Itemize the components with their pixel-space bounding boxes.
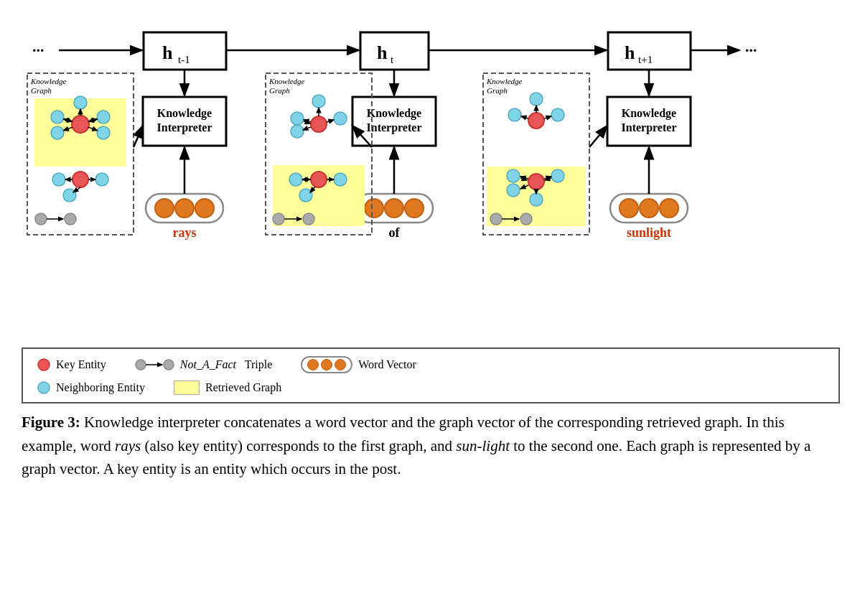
- svg-text:Knowledge: Knowledge: [367, 107, 421, 120]
- legend-retrieved-graph: Retrieved Graph: [174, 381, 281, 395]
- svg-text:sunlight: sunlight: [627, 225, 671, 240]
- svg-point-106: [551, 108, 564, 121]
- svg-line-84: [327, 120, 334, 122]
- svg-text:h: h: [162, 42, 173, 63]
- svg-text:Knowledge: Knowledge: [486, 77, 523, 85]
- svg-point-51: [72, 116, 89, 133]
- svg-text:h: h: [377, 42, 388, 63]
- svg-point-39: [640, 199, 658, 218]
- svg-point-132: [38, 382, 50, 393]
- svg-point-123: [490, 213, 502, 225]
- svg-point-30: [155, 199, 174, 218]
- svg-line-86: [303, 127, 311, 130]
- svg-point-40: [660, 199, 678, 218]
- svg-text:Knowledge: Knowledge: [268, 77, 305, 85]
- svg-line-74: [134, 126, 143, 147]
- svg-text:rays: rays: [173, 225, 197, 240]
- svg-point-32: [195, 199, 214, 218]
- legend-neighboring: Neighboring Entity: [37, 381, 145, 394]
- figure-caption: Figure 3: Knowledge interpreter concaten…: [22, 411, 840, 481]
- svg-point-58: [97, 126, 110, 139]
- svg-point-90: [289, 173, 302, 186]
- svg-point-54: [97, 111, 110, 123]
- svg-point-113: [507, 169, 520, 182]
- svg-line-109: [544, 116, 551, 118]
- svg-point-36: [405, 199, 424, 218]
- svg-point-104: [528, 113, 544, 129]
- svg-point-79: [291, 112, 304, 125]
- legend: Key EntityNot_A_Fact Triple Word VectorN…: [22, 347, 840, 403]
- svg-text:of: of: [389, 225, 401, 240]
- svg-point-114: [551, 169, 564, 182]
- svg-point-65: [52, 173, 65, 186]
- svg-point-99: [303, 213, 314, 225]
- svg-point-125: [520, 213, 532, 225]
- svg-point-116: [530, 193, 543, 206]
- diagram-svg: ···ht-1htht+1···KnowledgeInterpreterKnow…: [22, 14, 840, 337]
- svg-point-56: [51, 126, 64, 139]
- svg-point-80: [334, 112, 347, 125]
- svg-text:t-1: t-1: [178, 54, 190, 65]
- svg-point-73: [65, 213, 76, 225]
- svg-text:···: ···: [745, 41, 757, 59]
- svg-point-89: [311, 172, 327, 187]
- svg-point-105: [508, 108, 521, 121]
- svg-point-112: [528, 174, 544, 190]
- svg-text:Graph: Graph: [31, 86, 52, 95]
- svg-line-108: [521, 116, 528, 118]
- svg-point-81: [312, 95, 325, 108]
- svg-point-60: [74, 96, 87, 109]
- svg-point-64: [73, 172, 88, 187]
- svg-point-131: [164, 360, 174, 370]
- svg-point-115: [507, 184, 520, 197]
- svg-point-92: [299, 189, 312, 202]
- svg-point-78: [311, 116, 327, 132]
- svg-point-35: [385, 199, 403, 218]
- svg-text:h: h: [625, 42, 635, 63]
- svg-text:Interpreter: Interpreter: [367, 121, 422, 134]
- svg-point-71: [35, 213, 47, 225]
- svg-point-127: [38, 359, 50, 370]
- legend-not-a-fact: Not_A_Fact Triple: [135, 358, 272, 371]
- svg-rect-8: [360, 32, 429, 70]
- svg-text:Graph: Graph: [487, 86, 508, 95]
- svg-point-129: [136, 360, 146, 370]
- svg-text:Interpreter: Interpreter: [157, 121, 212, 134]
- svg-point-34: [365, 199, 383, 218]
- svg-line-126: [589, 126, 607, 147]
- legend-key-entity: Key Entity: [37, 358, 106, 371]
- svg-text:Knowledge: Knowledge: [622, 107, 676, 120]
- svg-point-97: [273, 213, 284, 225]
- svg-point-52: [51, 111, 64, 123]
- svg-text:t+1: t+1: [638, 54, 653, 65]
- svg-point-82: [291, 125, 304, 138]
- svg-point-31: [175, 199, 194, 218]
- svg-text:Knowledge: Knowledge: [157, 107, 212, 120]
- legend-word-vector: Word Vector: [301, 356, 416, 373]
- svg-point-67: [63, 189, 76, 202]
- svg-text:Interpreter: Interpreter: [622, 121, 677, 134]
- svg-point-66: [95, 173, 108, 186]
- svg-text:···: ···: [32, 41, 45, 59]
- svg-line-70: [73, 187, 80, 192]
- svg-point-38: [620, 199, 638, 218]
- svg-point-107: [530, 93, 543, 106]
- svg-text:Graph: Graph: [269, 86, 290, 95]
- svg-point-91: [334, 173, 347, 186]
- svg-text:Knowledge: Knowledge: [30, 77, 67, 85]
